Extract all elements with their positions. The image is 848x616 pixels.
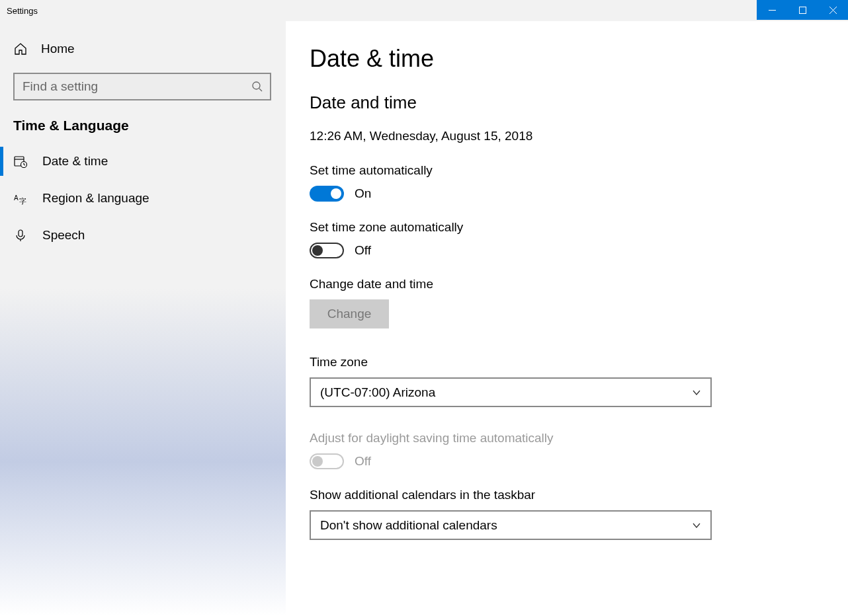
dst-label: Adjust for daylight saving time automati… — [310, 431, 824, 445]
titlebar: Settings — [0, 0, 848, 21]
search-placeholder: Find a setting — [22, 79, 98, 94]
sidebar: Home Find a setting Time & Language Date… — [0, 21, 286, 616]
sidebar-item-region-language[interactable]: A字 Region & language — [0, 180, 286, 217]
change-datetime-label: Change date and time — [310, 277, 824, 291]
svg-text:字: 字 — [19, 197, 26, 205]
timezone-dropdown[interactable]: (UTC-07:00) Arizona — [310, 377, 712, 407]
minimize-button[interactable] — [757, 0, 787, 20]
change-button: Change — [310, 299, 389, 328]
sidebar-item-label: Date & time — [42, 154, 108, 169]
additional-calendars-dropdown[interactable]: Don't show additional calendars — [310, 510, 712, 540]
sidebar-item-label: Region & language — [42, 191, 149, 206]
svg-rect-1 — [799, 7, 806, 13]
sidebar-home-label: Home — [41, 42, 75, 56]
window-title: Settings — [0, 6, 38, 16]
close-button[interactable] — [818, 0, 848, 20]
svg-text:A: A — [14, 194, 19, 202]
chevron-down-icon — [692, 388, 701, 397]
svg-line-5 — [259, 89, 262, 91]
set-time-auto-label: Set time automatically — [310, 163, 824, 178]
set-timezone-auto-toggle[interactable] — [310, 243, 344, 258]
home-icon — [13, 42, 28, 56]
search-icon — [251, 81, 263, 93]
set-time-auto-state: On — [355, 186, 371, 201]
window-controls — [757, 0, 848, 20]
sidebar-home[interactable]: Home — [0, 30, 286, 67]
calendar-clock-icon — [13, 155, 28, 168]
section-title: Date and time — [310, 93, 824, 113]
set-timezone-auto-state: Off — [355, 243, 371, 258]
maximize-button[interactable] — [787, 0, 818, 20]
timezone-value: (UTC-07:00) Arizona — [320, 385, 435, 400]
set-timezone-auto-label: Set time zone automatically — [310, 220, 824, 235]
sidebar-item-date-time[interactable]: Date & time — [0, 143, 286, 180]
language-icon: A字 — [13, 192, 28, 205]
svg-point-4 — [253, 82, 260, 89]
timezone-label: Time zone — [310, 355, 824, 369]
main-content: Date & time Date and time 12:26 AM, Wedn… — [286, 21, 848, 616]
sidebar-item-label: Speech — [42, 228, 85, 243]
page-title: Date & time — [310, 45, 824, 73]
additional-calendars-label: Show additional calendars in the taskbar — [310, 488, 824, 502]
set-time-auto-toggle[interactable] — [310, 186, 344, 202]
svg-rect-13 — [19, 230, 22, 237]
dst-state: Off — [355, 454, 371, 469]
sidebar-heading: Time & Language — [0, 107, 286, 143]
current-datetime: 12:26 AM, Wednesday, August 15, 2018 — [310, 129, 824, 143]
search-input[interactable]: Find a setting — [13, 73, 271, 100]
microphone-icon — [13, 229, 28, 242]
dst-toggle — [310, 453, 344, 469]
sidebar-item-speech[interactable]: Speech — [0, 217, 286, 254]
chevron-down-icon — [692, 521, 701, 530]
additional-calendars-value: Don't show additional calendars — [320, 518, 497, 533]
